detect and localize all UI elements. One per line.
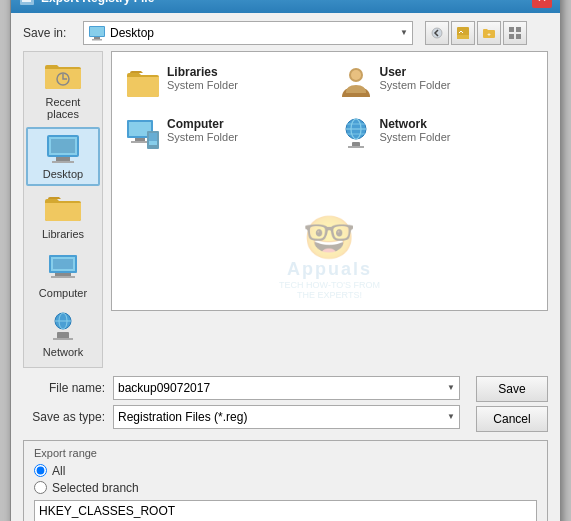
svg-rect-25 [51,276,75,278]
svg-rect-10 [457,35,469,39]
file-info-network: Network System Folder [380,117,451,143]
view-icon [508,26,522,40]
file-type-libraries: System Folder [167,79,238,91]
main-area: Recent places Desktop [23,51,548,368]
file-type-computer: System Folder [167,131,238,143]
watermark-brand: Appuals [279,259,380,280]
file-info-libraries: Libraries System Folder [167,65,238,91]
network-icon [43,311,83,343]
file-type-network: System Folder [380,131,451,143]
save-as-type-combo[interactable]: Registration Files (*.reg) ▼ [113,405,460,429]
new-folder-button[interactable]: + [477,21,501,45]
file-icon-computer [125,117,161,153]
file-item-libraries[interactable]: Libraries System Folder [120,60,327,106]
file-name-value: backup09072017 [118,381,210,395]
desktop-icon [43,133,83,165]
title-bar-left: Export Registry File [19,0,154,6]
file-item-computer[interactable]: Computer System Folder [120,112,327,158]
svg-text:+: + [487,31,491,37]
svg-rect-37 [131,141,149,143]
save-in-value: Desktop [110,26,154,40]
file-name-combo[interactable]: backup09072017 ▼ [113,376,460,400]
save-button[interactable]: Save [476,376,548,402]
svg-rect-7 [92,39,102,41]
back-button[interactable] [425,21,449,45]
file-name-libraries: Libraries [167,65,238,79]
cancel-button[interactable]: Cancel [476,406,548,432]
radio-all[interactable] [34,464,47,477]
export-registry-dialog: Export Registry File ✕ Save in: Desktop [10,0,561,521]
file-name-network: Network [380,117,451,131]
svg-rect-6 [94,37,100,39]
svg-rect-5 [90,27,104,36]
dialog-title: Export Registry File [41,0,154,5]
sidebar-item-label-recent: Recent places [29,96,97,120]
form-fields: File name: backup09072017 ▼ Save as type… [23,376,460,434]
sidebar-item-label-desktop: Desktop [43,168,83,180]
close-button[interactable]: ✕ [532,0,552,8]
save-as-type-label: Save as type: [23,410,113,424]
sidebar-item-desktop[interactable]: Desktop [26,127,100,186]
save-in-combo-inner: Desktop [88,24,154,42]
file-icon-network [338,117,374,153]
svg-rect-20 [52,161,74,163]
file-grid: Libraries System Folder Use [112,52,547,166]
watermark-figure: 🤓 [279,217,380,259]
dialog-icon [19,0,35,6]
svg-rect-47 [348,146,364,148]
libraries-icon [43,193,83,225]
svg-point-8 [432,28,442,38]
export-range-title: Export range [34,447,537,459]
radio-row-all: All [34,464,537,478]
sidebar-item-recent-places[interactable]: Recent places [26,56,100,125]
watermark-tagline2: THE EXPERTS! [279,290,380,300]
radio-selected-branch[interactable] [34,481,47,494]
file-name-label: File name: [23,381,113,395]
svg-rect-3 [22,0,31,2]
svg-rect-12 [509,27,514,32]
new-folder-icon: + [482,26,496,40]
computer-icon [43,252,83,284]
svg-rect-26 [53,259,73,269]
svg-rect-14 [509,34,514,39]
file-name-row: File name: backup09072017 ▼ [23,376,460,400]
sidebar-item-label-libraries: Libraries [42,228,84,240]
file-item-network[interactable]: Network System Folder [333,112,540,158]
file-type-user: System Folder [380,79,451,91]
save-in-label: Save in: [23,26,75,40]
export-range-group: Export range All Selected branch [23,440,548,522]
file-item-user[interactable]: User System Folder [333,60,540,106]
svg-rect-31 [53,338,73,340]
svg-rect-30 [57,332,69,339]
save-as-type-value: Registration Files (*.reg) [118,410,247,424]
sidebar-item-libraries[interactable]: Libraries [26,188,100,245]
file-name-arrow: ▼ [447,383,455,392]
sidebar-item-computer[interactable]: Computer [26,247,100,304]
save-in-combo[interactable]: Desktop ▼ [83,21,413,45]
svg-rect-21 [51,139,75,153]
save-in-row: Save in: Desktop ▼ [23,21,548,45]
radio-selected-label[interactable]: Selected branch [52,481,139,495]
file-name-computer: Computer [167,117,238,131]
save-in-arrow: ▼ [400,28,408,37]
back-icon [431,27,443,39]
up-icon [456,26,470,40]
action-buttons: Save Cancel [476,376,548,432]
file-area: Libraries System Folder Use [111,51,548,311]
radio-row-selected: Selected branch [34,481,537,495]
svg-rect-24 [55,273,71,276]
svg-rect-15 [516,34,521,39]
watermark-tagline: TECH HOW-TO'S FROM [279,280,380,290]
view-button[interactable] [503,21,527,45]
svg-rect-40 [149,133,157,141]
sidebar-item-label-network: Network [43,346,83,358]
up-button[interactable] [451,21,475,45]
title-bar: Export Registry File ✕ [11,0,560,13]
svg-point-33 [351,70,361,80]
branch-input[interactable] [34,500,537,522]
sidebar-item-network[interactable]: Network [26,306,100,363]
dialog-body: Save in: Desktop ▼ [11,13,560,522]
radio-all-label[interactable]: All [52,464,65,478]
file-icon-libraries [125,65,161,101]
sidebar-item-label-computer: Computer [39,287,87,299]
